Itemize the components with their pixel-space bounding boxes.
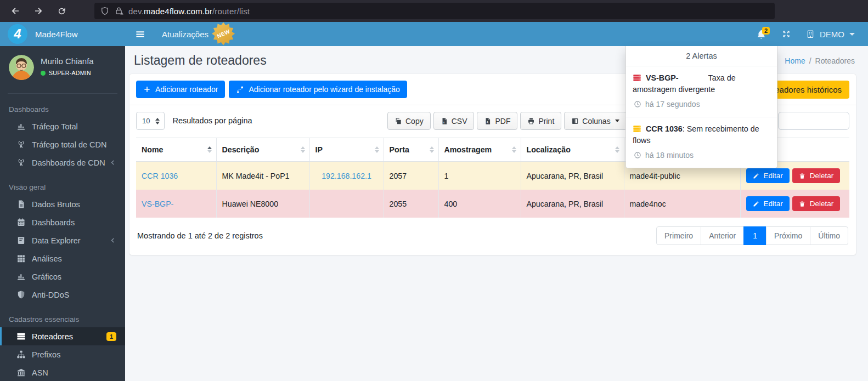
pagination-page-1[interactable]: 1 [743,226,766,245]
sidebar-item-prefixos[interactable]: Prefixos [0,345,125,363]
trash-icon [799,173,805,179]
made4flow-logo-icon: 4 [8,24,27,44]
pdf-button[interactable]: PDF [477,112,517,130]
bank-icon [16,368,26,377]
breadcrumb-home-link[interactable]: Home [785,56,805,65]
page-size-label: Resultados por página [172,112,252,130]
calendar-icon [16,218,26,227]
column-header-descricao[interactable]: Descrição [216,138,309,162]
brand[interactable]: 4 Made4Flow [0,22,125,46]
column-header-ip[interactable]: IP [309,138,384,162]
pagination-first[interactable]: Primeiro [656,226,701,245]
pagination-prev[interactable]: Anterior [701,226,744,245]
server-alert-icon [633,73,641,82]
user-name: Murilo Chianfa [41,56,94,66]
notification-time: há 17 segundos [645,99,700,110]
table-info: Mostrando de 1 até 2 de 2 registros [137,231,263,240]
router-name-link[interactable]: VS-BGP- [142,200,173,208]
router-description: Huawei NE8000 [216,190,309,218]
column-header-porta[interactable]: Porta [384,138,438,162]
avatar [9,55,34,80]
sidebar-toggle-button[interactable] [135,29,145,39]
sort-icon[interactable] [301,146,305,153]
clock-icon [634,151,641,159]
copy-icon [394,117,402,125]
add-router-wizard-button[interactable]: Adicionar roteador pelo wizard de instal… [229,81,407,98]
updates-link[interactable]: Atualizações NEW [162,30,228,39]
user-role: SUPER-ADMIN [49,70,91,76]
edit-button[interactable]: Editar [746,196,790,211]
chevron-down-icon [615,120,619,122]
stepper-icon [155,118,160,124]
delete-button[interactable]: Deletar [792,196,841,211]
sidebar-item-analises[interactable]: Análises [0,249,125,268]
sort-icon[interactable] [512,146,516,153]
sidebar-item-roteadores[interactable]: Roteadores 1 [0,327,125,345]
router-name-link[interactable]: CCR 1036 [142,172,178,180]
notifications-dropdown: 2 Alertas VS-BGP-Taxa de amostragem dive… [625,46,777,168]
edit-button[interactable]: Editar [746,168,790,183]
column-header-amostragem[interactable]: Amostragem [438,138,521,162]
sidebar-item-dashboards-cdn[interactable]: Dashboards de CDN [0,153,125,172]
sort-icon[interactable] [207,146,212,153]
insecure-lock-icon[interactable] [114,6,124,16]
router-snmp: made4noc [624,190,740,218]
copy-button[interactable]: Copy [387,112,431,130]
sidebar-item-dashboards[interactable]: Dashboards [0,213,125,231]
url-bar[interactable]: dev.made4flow.com.br/router/list [94,3,775,19]
browser-forward-button[interactable] [30,3,47,19]
table-search-input[interactable] [778,112,849,130]
add-router-button[interactable]: Adicionar roteador [136,81,225,98]
sort-icon[interactable] [375,146,379,153]
clock-icon [634,100,641,108]
sidebar-item-data-explorer[interactable]: Data Explorer [0,231,125,249]
delete-button[interactable]: Deletar [792,168,841,183]
notifications-button[interactable]: 2 [756,29,766,39]
tracking-shield-icon[interactable] [100,6,110,16]
expand-icon [781,29,791,39]
sidebar-item-graficos[interactable]: Gráficos [0,268,125,286]
sidebar-item-dados-brutos[interactable]: Dados Brutos [0,195,125,213]
pencil-icon [753,173,759,179]
online-status-icon [41,71,46,76]
building-icon [806,30,815,38]
sidebar-section-visao-geral: Visão geral [0,178,125,195]
file-pdf-icon [484,117,492,125]
sidebar-item-anti-ddos[interactable]: Anti-DDoS [0,286,125,304]
router-location: Apucarana, PR, Brasil [521,190,624,218]
sort-icon[interactable] [430,146,434,153]
tenant-menu[interactable]: DEMO [806,30,855,39]
breadcrumb-current: Roteadores [815,56,855,65]
pagination-next[interactable]: Próximo [766,226,810,245]
print-button[interactable]: Print [520,112,561,130]
column-header-localizacao[interactable]: Localização [521,138,624,162]
user-panel[interactable]: Murilo Chianfa SUPER-ADMIN [0,46,125,88]
page-size-select[interactable]: 10 [136,112,165,130]
notification-item[interactable]: VS-BGP-Taxa de amostragem divergente há … [626,66,777,117]
fullscreen-button[interactable] [781,29,791,39]
browser-back-button[interactable] [7,3,24,19]
app-window: dev.made4flow.com.br/router/list 4 Made4… [0,0,868,381]
pagination-last[interactable]: Último [810,226,848,245]
sort-icon[interactable] [615,146,619,153]
column-header-nome[interactable]: Nome [136,138,216,162]
sidebar-item-trafego-total[interactable]: Tráfego Total [0,117,125,135]
print-icon [527,117,535,125]
sidebar-section-cadastros: Cadastros essenciais [0,310,125,327]
route-icon [236,86,244,94]
columns-button[interactable]: Colunas [564,112,626,130]
app-navbar: 4 Made4Flow Atualizações NEW 2 DEMO [0,22,868,46]
sidebar-item-asn[interactable]: ASN [0,363,125,381]
broadcast-tower-icon [16,140,26,149]
sidebar-item-trafego-total-cdn[interactable]: Tráfego total de CDN [0,135,125,153]
shield-icon [16,290,26,299]
router-sampling: 400 [438,190,521,218]
server-icon [16,332,26,341]
browser-reload-button[interactable] [53,3,70,19]
notification-item[interactable]: CCR 1036: Sem recebimento de flows há 18… [626,117,777,168]
breadcrumb: Home / Roteadores [785,56,855,65]
router-port: 2057 [384,162,438,190]
csv-button[interactable]: CSV [433,112,475,130]
browser-chrome: dev.made4flow.com.br/router/list [0,0,868,22]
router-ip-link[interactable]: 192.168.162.1 [322,172,371,180]
